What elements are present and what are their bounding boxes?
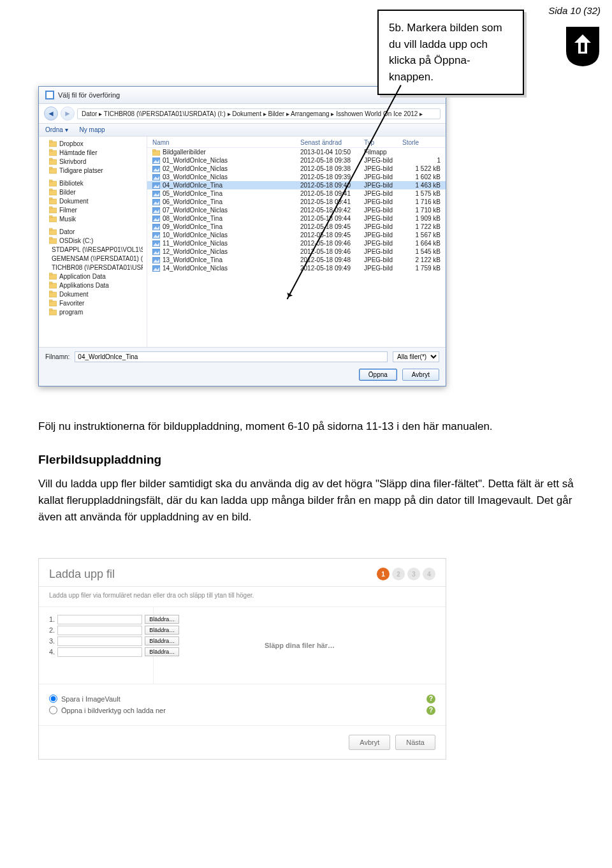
file-row[interactable]: 09_WorldOnIce_Tina2012-05-18 09:45JPEG-b… [147,223,446,231]
sidebar-item-label: Dokument [59,291,89,298]
file-name: Bildgalleribilder [163,149,206,156]
sidebar-item[interactable]: Bibliotek [43,179,143,188]
svg-rect-24 [49,237,52,239]
slot-path-input[interactable] [57,647,142,657]
slot-path-input[interactable] [57,636,142,646]
organize-menu[interactable]: Ordna ▾ [45,126,68,133]
slot-path-input[interactable] [57,615,142,624]
file-row[interactable]: 06_WorldOnIce_Tina2012-05-18 09:41JPEG-b… [147,198,446,206]
image-icon [152,240,160,247]
drop-zone[interactable]: Släpp dina filer här… [154,607,446,684]
file-date: 2012-05-18 09:45 [300,232,364,239]
sidebar-item-label: Dokument [59,198,89,205]
sidebar-item[interactable]: Application Data [43,272,143,281]
forward-button[interactable]: ► [61,107,75,121]
slot-number: 2. [49,626,55,634]
file-row[interactable]: 01_WorldOnIce_Niclas2012-05-18 09:38JPEG… [147,156,446,165]
file-row[interactable]: Bildgalleribilder2013-01-04 10:50Filmapp [147,148,446,156]
radio-save-imagevault[interactable] [49,695,57,703]
col-date[interactable]: Senast ändrad [300,139,364,146]
sidebar-item[interactable]: Dator [43,227,143,236]
sidebar-item[interactable]: Dokument [43,290,143,298]
file-name: 05_WorldOnIce_Tina [163,190,222,197]
file-row[interactable]: 04_WorldOnIce_Tina2012-05-18 09:40JPEG-b… [147,181,446,189]
new-folder-button[interactable]: Ny mapp [80,126,105,133]
file-list: Namn Senast ändrad Typ Storle Bildgaller… [147,136,446,347]
help-icon[interactable]: ? [426,706,435,715]
file-date: 2012-05-18 09:38 [300,157,364,164]
file-row[interactable]: 08_WorldOnIce_Tina2012-05-18 09:44JPEG-b… [147,214,446,223]
open-button[interactable]: Öppna [359,369,397,381]
file-size: 1 575 kB [402,190,441,197]
back-button[interactable]: ◄ [44,107,58,121]
slot-number: 3. [49,637,55,645]
sidebar-item-label: TICHBR08 (\\PERSDATA01\USRDAT/ [52,264,143,271]
upload-cancel-button[interactable]: Avbryt [349,735,390,750]
image-icon [152,166,160,172]
image-icon [152,182,160,189]
sidebar-item[interactable]: STDAPPL (\\RESAPP01\VOL1\SAFE) ( [43,245,143,254]
file-name: 09_WorldOnIce_Tina [163,223,222,230]
col-size[interactable]: Storle [402,139,441,146]
svg-rect-42 [152,149,156,151]
sidebar-item[interactable]: Tidigare platser [43,166,143,175]
help-icon[interactable]: ? [426,695,435,703]
sidebar-item[interactable]: Filmer [43,205,143,214]
sidebar-item[interactable]: GEMENSAM (\\PERSDATA01) (H:) [43,254,143,263]
sidebar-item[interactable]: Applikations Data [43,281,143,290]
file-row[interactable]: 07_WorldOnIce_Niclas2012-05-18 09:42JPEG… [147,206,446,214]
file-size: 1 602 kB [402,173,441,180]
filename-input[interactable] [75,351,388,362]
svg-rect-18 [49,207,52,209]
body-text: Följ nu instruktionerna för bilduppladdn… [38,418,574,526]
file-row[interactable]: 14_WorldOnIce_Niclas2012-05-18 09:49JPEG… [147,264,446,272]
sidebar-item[interactable]: TICHBR08 (\\PERSDATA01\USRDAT/ [43,263,143,272]
svg-rect-10 [49,167,52,169]
sidebar-item[interactable]: Dropbox [43,139,143,148]
slot-path-input[interactable] [57,626,142,635]
file-type: JPEG-bild [364,215,402,222]
upload-slot: 4.Bläddra… [49,647,143,657]
sidebar-item[interactable]: Favoriter [43,298,143,307]
svg-rect-4 [49,140,52,142]
file-name: 02_WorldOnIce_Niclas [163,165,228,172]
sidebar-item-label: Bibliotek [59,180,84,187]
callout-wrap: 5b. Markera bilden som du vill ladda upp… [377,10,524,95]
file-size: 1 463 kB [402,182,441,189]
upload-next-button[interactable]: Nästa [395,735,435,750]
file-row[interactable]: 11_WorldOnIce_Niclas2012-05-18 09:46JPEG… [147,239,446,247]
file-name: 03_WorldOnIce_Niclas [163,173,228,180]
file-row[interactable]: 05_WorldOnIce_Tina2012-05-18 09:41JPEG-b… [147,189,446,198]
sidebar-item-label: Musik [59,216,76,223]
sidebar-item[interactable]: program [43,307,143,316]
file-size: 1 522 kB [402,165,441,172]
sidebar-item-label: Bilder [59,189,76,196]
folder-icon [49,215,57,223]
sidebar-item[interactable]: Hämtade filer [43,148,143,157]
file-type: JPEG-bild [364,182,402,189]
sidebar-item[interactable]: OSDisk (C:) [43,236,143,245]
sidebar-item[interactable]: Dokument [43,196,143,205]
image-icon [152,257,160,263]
file-row[interactable]: 02_WorldOnIce_Niclas2012-05-18 09:38JPEG… [147,165,446,173]
sidebar-item[interactable]: Bilder [43,188,143,196]
image-icon [152,158,160,164]
radio-open-tool[interactable] [49,706,57,714]
filter-select[interactable]: Alla filer(*) [393,351,439,362]
sidebar-item-label: Filmer [59,207,77,214]
column-headers[interactable]: Namn Senast ändrad Typ Storle [147,136,446,148]
sidebar-item[interactable]: Musik [43,214,143,223]
file-row[interactable]: 12_WorldOnIce_Niclas2012-05-18 09:46JPEG… [147,247,446,256]
file-row[interactable]: 03_WorldOnIce_Niclas2012-05-18 09:39JPEG… [147,173,446,181]
image-icon [152,224,160,230]
file-row[interactable]: 13_WorldOnIce_Tina2012-05-18 09:48JPEG-b… [147,256,446,264]
cancel-button[interactable]: Avbryt [402,369,439,381]
sidebar-item[interactable]: Skrivbord [43,157,143,166]
col-name[interactable]: Namn [152,139,300,146]
folder-icon [152,149,160,156]
file-row[interactable]: 10_WorldOnIce_Niclas2012-05-18 09:45JPEG… [147,231,446,239]
sidebar-item-label: Favoriter [59,300,84,307]
image-icon [152,199,160,205]
svg-rect-8 [49,158,52,160]
step-indicator: 4 [423,568,435,580]
